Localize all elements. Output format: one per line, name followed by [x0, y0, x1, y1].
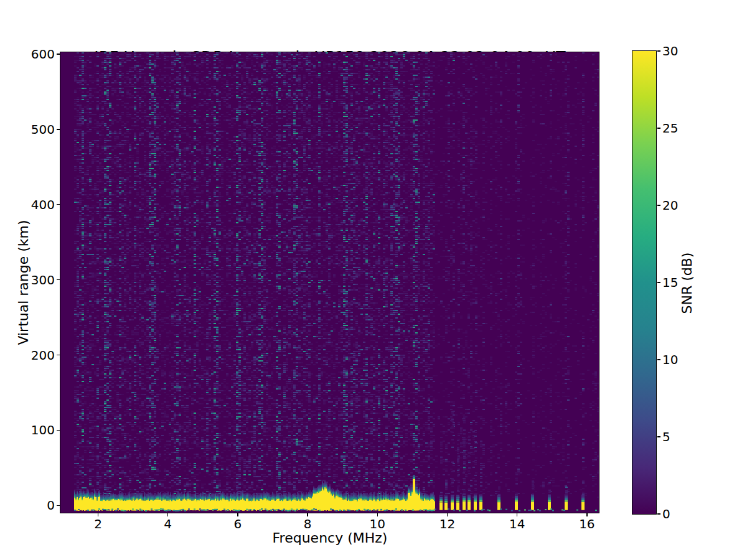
y-tick-label: 400	[31, 197, 55, 212]
y-tick-mark	[57, 204, 60, 205]
y-tick-label: 600	[31, 47, 55, 62]
y-tick-mark	[57, 355, 60, 356]
x-tick-label: 10	[370, 516, 385, 531]
colorbar-tick-mark	[657, 359, 660, 360]
x-tick-label: 4	[164, 516, 172, 531]
colorbar-tick-label: 30	[662, 44, 678, 58]
x-tick-label: 8	[304, 516, 312, 531]
colorbar-tick-mark	[657, 436, 660, 437]
y-tick-mark	[57, 279, 60, 281]
y-tick-label: 100	[31, 422, 55, 437]
colorbar-gradient	[632, 51, 656, 514]
heatmap-axes	[60, 52, 599, 513]
x-axis-label: Frequency (MHz)	[60, 530, 599, 546]
colorbar	[632, 50, 657, 515]
x-tick-label: 12	[439, 516, 455, 531]
colorbar-tick-label: 15	[662, 275, 678, 290]
y-tick-label: 500	[31, 122, 55, 137]
colorbar-tick-label: 0	[662, 506, 670, 521]
colorbar-tick-label: 20	[662, 198, 678, 213]
x-tick-label: 6	[234, 516, 242, 531]
colorbar-tick-label: 5	[662, 429, 670, 444]
colorbar-tick-mark	[657, 128, 660, 129]
colorbar-tick-label: 25	[662, 121, 678, 136]
colorbar-tick-mark	[657, 50, 660, 52]
y-tick-label: 300	[31, 273, 55, 287]
colorbar-tick-mark	[657, 282, 660, 283]
y-tick-mark	[57, 505, 60, 506]
colorbar-label: SNR (dB)	[679, 253, 695, 314]
colorbar-tick-mark	[657, 205, 660, 206]
heatmap-image	[60, 52, 599, 513]
y-tick-label: 200	[31, 348, 55, 363]
x-tick-label: 14	[509, 516, 525, 531]
colorbar-tick-mark	[657, 513, 660, 515]
x-tick-label: 16	[579, 516, 594, 531]
x-tick-label: 2	[94, 516, 102, 531]
ionogram-figure: IRF Uppsala SDR Ionosonde UP158 2026-04-…	[0, 0, 747, 560]
y-tick-mark	[57, 129, 60, 130]
y-axis-label: Virtual range (km)	[16, 220, 31, 345]
y-tick-mark	[57, 430, 60, 431]
y-tick-label: 0	[47, 498, 55, 513]
colorbar-tick-label: 10	[662, 352, 678, 367]
y-tick-mark	[57, 54, 60, 55]
